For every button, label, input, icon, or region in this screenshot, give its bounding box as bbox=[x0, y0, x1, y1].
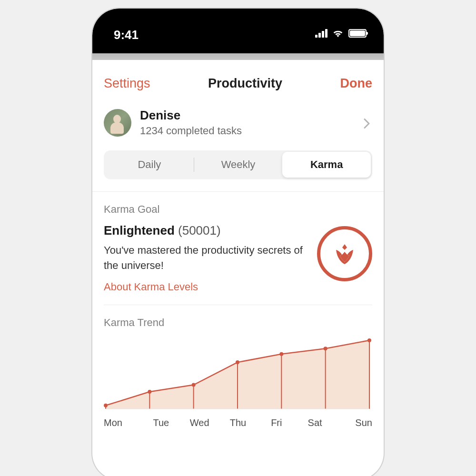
chart-x-label: Sun bbox=[335, 417, 372, 428]
section-divider bbox=[92, 191, 384, 192]
status-bar: 9:41 bbox=[92, 9, 384, 53]
chart-x-label: Wed bbox=[181, 417, 218, 428]
profile-row[interactable]: Denise 1234 completed tasks bbox=[104, 102, 372, 148]
tab-weekly[interactable]: Weekly bbox=[194, 152, 283, 178]
time-range-segmented: Daily Weekly Karma bbox=[104, 150, 372, 179]
phone-frame: 9:41 Settings P bbox=[92, 9, 384, 476]
chart-x-axis-labels: MonTueWedThuFriSatSun bbox=[104, 417, 372, 428]
battery-icon bbox=[348, 29, 367, 38]
karma-trend-chart: MonTueWedThuFriSatSun bbox=[104, 337, 372, 428]
section-divider bbox=[104, 305, 372, 305]
svg-point-11 bbox=[236, 360, 239, 364]
chart-x-label: Sat bbox=[296, 417, 334, 428]
svg-point-14 bbox=[367, 338, 371, 342]
svg-point-13 bbox=[324, 347, 327, 350]
karma-level-name: Enlightened bbox=[104, 223, 175, 238]
about-karma-link[interactable]: About Karma Levels bbox=[104, 281, 309, 293]
avatar bbox=[104, 109, 131, 137]
chart-x-label: Thu bbox=[219, 417, 257, 428]
profile-name: Denise bbox=[140, 108, 372, 123]
svg-point-9 bbox=[148, 390, 151, 394]
cellular-signal-icon bbox=[315, 29, 327, 38]
tab-karma[interactable]: Karma bbox=[282, 152, 371, 178]
status-icons bbox=[315, 29, 367, 38]
chart-x-label: Mon bbox=[104, 417, 141, 428]
chart-x-label: Tue bbox=[142, 417, 180, 428]
page-title: Productivity bbox=[208, 76, 282, 91]
svg-point-12 bbox=[279, 352, 283, 356]
chevron-right-icon bbox=[364, 118, 370, 130]
svg-point-10 bbox=[192, 383, 196, 387]
settings-back-button[interactable]: Settings bbox=[104, 76, 150, 91]
svg-point-8 bbox=[104, 404, 108, 407]
status-time: 9:41 bbox=[114, 28, 139, 42]
done-button[interactable]: Done bbox=[340, 76, 373, 91]
karma-goal-label: Karma Goal bbox=[104, 203, 372, 216]
karma-trend-label: Karma Trend bbox=[104, 317, 372, 329]
chart-x-label: Fri bbox=[258, 417, 295, 428]
nav-bar: Settings Productivity Done bbox=[92, 60, 384, 102]
karma-badge-icon bbox=[317, 226, 372, 281]
profile-subtitle: 1234 completed tasks bbox=[140, 125, 372, 137]
karma-goal-block: Enlightened (50001) You've mastered the … bbox=[104, 223, 372, 293]
tab-daily[interactable]: Daily bbox=[105, 152, 194, 178]
karma-points: (50001) bbox=[178, 223, 221, 238]
karma-description: You've mastered the productivity secrets… bbox=[104, 243, 309, 273]
karma-level-title: Enlightened (50001) bbox=[104, 223, 309, 238]
wifi-icon bbox=[332, 29, 344, 38]
sheet-grab-indicator bbox=[92, 53, 384, 60]
